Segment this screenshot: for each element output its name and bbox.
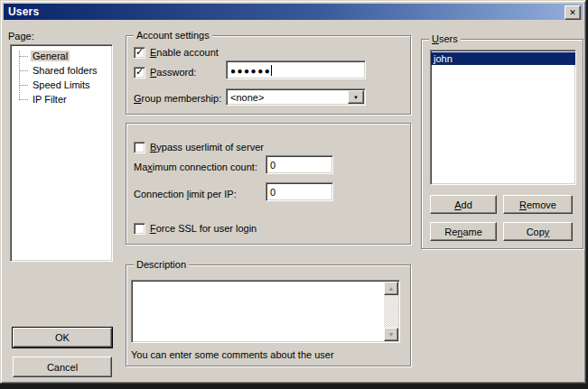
- password-value: ●●●●●●: [230, 66, 271, 76]
- copy-button-label: Copy: [527, 227, 550, 237]
- password-checkbox[interactable]: ✓: [134, 67, 145, 79]
- remove-button-label: Remove: [519, 199, 556, 210]
- group-membership-select[interactable]: <none> ▼: [226, 88, 366, 106]
- ip-limit-input[interactable]: 0: [266, 182, 333, 201]
- text-caret: [271, 65, 272, 76]
- password-input[interactable]: ●●●●●●: [226, 60, 366, 79]
- max-connections-label: Maximum connection count:: [134, 162, 257, 173]
- force-ssl-checkbox[interactable]: [134, 223, 145, 235]
- page-label: Page:: [8, 31, 34, 42]
- users-group-title: Users: [429, 33, 461, 45]
- description-scrollbar[interactable]: ▲ ▼: [384, 282, 398, 341]
- checkmark-icon: ✓: [135, 46, 144, 58]
- scroll-down-button[interactable]: ▼: [384, 328, 398, 341]
- force-ssl-label: Force SSL for user login: [150, 223, 257, 235]
- ip-limit-value: 0: [270, 187, 275, 198]
- tree-item-ip-filter[interactable]: IP Filter: [11, 92, 112, 107]
- copy-user-button[interactable]: Copy: [503, 222, 573, 241]
- users-dialog: Users ✕ Page: General Shared folders Spe…: [0, 0, 586, 384]
- tree-item-shared-folders[interactable]: Shared folders: [11, 63, 112, 78]
- group-membership-label: Group membership:: [134, 93, 221, 105]
- description-group: Description ▲ ▼ You can enter some comme…: [126, 264, 411, 366]
- enable-account-label: Enable account: [150, 47, 219, 59]
- add-user-button[interactable]: Add: [430, 195, 497, 214]
- description-title: Description: [134, 259, 189, 271]
- ok-button-label: OK: [55, 332, 70, 343]
- close-icon: ✕: [569, 8, 576, 17]
- scroll-up-button[interactable]: ▲: [384, 282, 398, 295]
- scroll-up-icon: ▲: [388, 285, 395, 292]
- description-textarea[interactable]: ▲ ▼: [131, 280, 400, 343]
- page-tree[interactable]: General Shared folders Speed Limits IP F…: [10, 44, 113, 262]
- titlebar[interactable]: Users ✕: [4, 4, 583, 20]
- enable-account-checkbox[interactable]: ✓: [134, 47, 145, 59]
- cancel-button[interactable]: Cancel: [13, 357, 112, 377]
- users-list[interactable]: john: [430, 50, 576, 185]
- dropdown-button[interactable]: ▼: [348, 90, 364, 104]
- cancel-button-label: Cancel: [47, 362, 78, 373]
- tree-item-label: General: [31, 51, 70, 61]
- max-connections-value: 0: [270, 160, 275, 171]
- rename-user-button[interactable]: Rename: [430, 222, 497, 241]
- scroll-down-icon: ▼: [388, 331, 395, 338]
- account-settings-group: Account settings ✓ Enable account ✓ Pass…: [126, 35, 411, 115]
- max-connections-input[interactable]: 0: [266, 155, 333, 174]
- bypass-userlimit-checkbox[interactable]: [134, 142, 145, 153]
- tree-item-speed-limits[interactable]: Speed Limits: [11, 78, 112, 92]
- bypass-userlimit-label: Bypass userlimit of server: [150, 142, 264, 153]
- limits-group: Bypass userlimit of server Maximum conne…: [126, 123, 411, 245]
- window-title: Users: [8, 5, 39, 18]
- tree-item-label: Shared folders: [31, 65, 99, 76]
- user-list-item[interactable]: john: [431, 52, 575, 65]
- user-name: john: [434, 53, 453, 64]
- tree-item-label: Speed Limits: [31, 79, 92, 90]
- password-label: Password:: [150, 67, 196, 79]
- tree-item-general[interactable]: General: [11, 49, 112, 63]
- account-settings-title: Account settings: [134, 30, 212, 42]
- checkmark-icon: ✓: [135, 66, 144, 78]
- group-membership-value: <none>: [230, 92, 264, 103]
- ip-limit-label: Connection limit per IP:: [134, 189, 237, 200]
- tree-item-label: IP Filter: [31, 94, 69, 105]
- chevron-down-icon: ▼: [353, 91, 359, 104]
- description-hint: You can enter some comments about the us…: [131, 349, 334, 360]
- rename-button-label: Rename: [444, 227, 482, 237]
- close-button[interactable]: ✕: [565, 5, 581, 20]
- users-group: Users john Add Remove Rename Copy: [421, 39, 583, 249]
- ok-button[interactable]: OK: [13, 328, 112, 347]
- remove-user-button[interactable]: Remove: [503, 195, 573, 214]
- add-button-label: Add: [454, 199, 472, 210]
